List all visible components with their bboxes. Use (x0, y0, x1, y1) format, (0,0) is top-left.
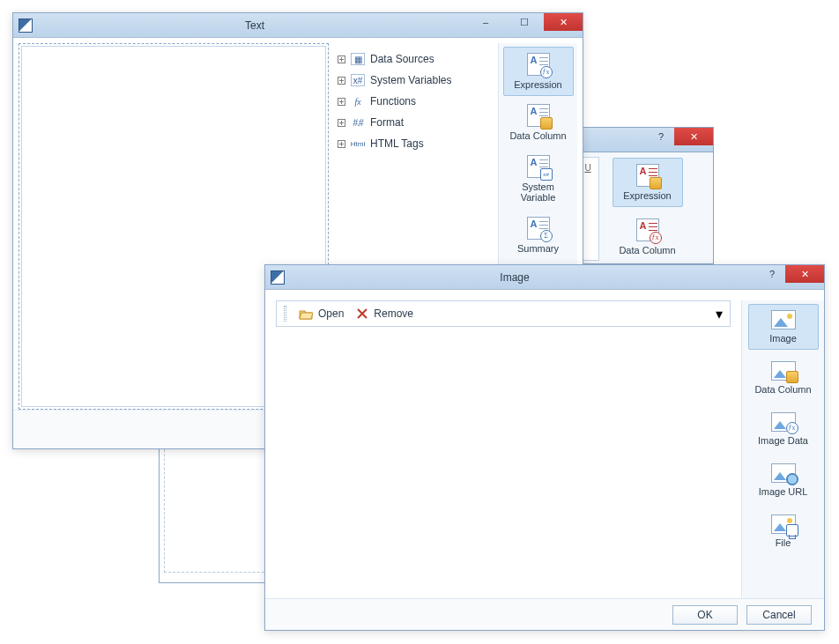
tree-item-data-sources[interactable]: ▦ Data Sources (334, 48, 493, 70)
expand-icon[interactable] (338, 98, 345, 106)
maximize-button[interactable]: ☐ (505, 13, 544, 31)
cancel-button[interactable]: Cancel (746, 605, 812, 625)
html-icon: Html (351, 137, 365, 150)
background-sidebar-data-column[interactable]: Aƒx Data Column (613, 212, 683, 262)
sidebar-label: Image (769, 333, 797, 344)
tree-item-format[interactable]: #.# Format (334, 112, 493, 133)
image-window-sidebar: Image Data Column ƒx Image Data Image UR… (741, 300, 824, 598)
image-window-titlebar[interactable]: Image ? ✕ (265, 265, 824, 290)
sidebar-item-expression[interactable]: Aƒx Expression (503, 47, 574, 96)
background-window-titlebar: ? ✕ (582, 127, 714, 152)
sidebar-item-data-column[interactable]: A Data Column (503, 98, 574, 147)
sidebar-label: Image URL (759, 486, 808, 497)
sidebar-item-image-url[interactable]: Image URL (748, 457, 819, 503)
image-window: Image ? ✕ Open Remov (264, 264, 825, 631)
sidebar-item-file[interactable]: File (748, 508, 819, 554)
image-preview-area (276, 327, 731, 598)
tree-label: System Variables (370, 74, 451, 86)
open-label: Open (318, 307, 344, 320)
expand-icon[interactable] (338, 56, 345, 63)
open-button[interactable]: Open (299, 307, 344, 320)
sidebar-label: Expression (623, 190, 671, 201)
sidebar-item-image-data[interactable]: ƒx Image Data (748, 406, 819, 452)
fx-icon: fx (351, 95, 365, 107)
expand-icon[interactable] (338, 140, 345, 148)
sidebar-item-summary[interactable]: AΣ Summary (503, 211, 574, 260)
format-icon: #.# (351, 116, 365, 129)
toolbar-grip (284, 306, 286, 322)
tree-label: HTML Tags (370, 137, 424, 150)
help-button[interactable]: ? (648, 128, 674, 145)
background-window-sidebar: A Expression Aƒx Data Column (582, 152, 714, 264)
image-window-main: Open Remove ▾ (276, 300, 731, 598)
tree-item-system-variables[interactable]: x# System Variables (334, 70, 493, 91)
data-sources-icon: ▦ (351, 53, 365, 65)
remove-icon (356, 307, 368, 320)
sidebar-label: Data Column (754, 384, 811, 395)
app-icon (19, 19, 33, 33)
close-button[interactable]: ✕ (674, 128, 713, 145)
sidebar-item-data-column[interactable]: Data Column (748, 355, 819, 401)
sidebar-label: Expression (514, 79, 561, 90)
system-vars-icon: x# (351, 74, 365, 86)
tree-label: Format (370, 116, 404, 129)
sidebar-label: Summary (517, 243, 559, 254)
expand-icon[interactable] (338, 119, 345, 127)
close-button[interactable]: ✕ (785, 265, 824, 283)
remove-button[interactable]: Remove (356, 307, 413, 320)
sidebar-label: System Variable (521, 181, 556, 203)
close-button[interactable]: ✕ (544, 13, 583, 31)
app-icon (271, 270, 285, 285)
sidebar-item-system-variable[interactable]: Ax# System Variable (503, 149, 574, 209)
minimize-button[interactable]: – (466, 13, 505, 31)
tree-label: Data Sources (370, 53, 434, 65)
background-sidebar-expression[interactable]: A Expression (613, 158, 683, 207)
text-window-titlebar[interactable]: Text – ☐ ✕ (13, 13, 583, 38)
remove-label: Remove (374, 307, 413, 320)
tree-label: Functions (370, 95, 416, 107)
expand-icon[interactable] (338, 77, 345, 85)
image-toolbar: Open Remove ▾ (276, 300, 731, 327)
folder-open-icon (299, 307, 313, 320)
image-window-title: Image (285, 271, 824, 284)
ok-button[interactable]: OK (672, 605, 738, 625)
sidebar-item-image[interactable]: Image (748, 304, 819, 350)
sidebar-label: Image Data (758, 435, 808, 446)
tree-item-functions[interactable]: fx Functions (334, 91, 493, 112)
sidebar-label: Data Column (619, 245, 675, 255)
help-button[interactable]: ? (759, 265, 785, 283)
toolbar-overflow-icon[interactable]: ▾ (716, 306, 723, 322)
tree-item-html-tags[interactable]: Html HTML Tags (334, 133, 493, 154)
sidebar-label: Data Column (509, 130, 566, 141)
image-window-buttonbar: OK Cancel (265, 598, 824, 630)
